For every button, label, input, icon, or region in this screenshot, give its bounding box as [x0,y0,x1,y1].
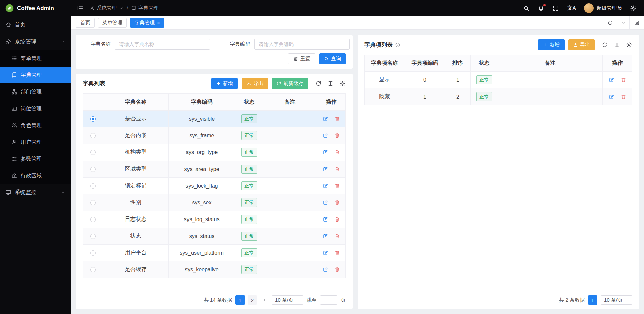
refresh-cache-button[interactable]: 刷新缓存 [272,78,308,89]
row-radio[interactable] [90,183,96,189]
cell-code: sys_frame [169,127,235,144]
edit-icon[interactable] [323,149,328,155]
chevron-down-icon[interactable] [616,16,629,29]
sidebar-subitem[interactable]: 部门管理 [0,83,71,100]
export-button[interactable]: 导出 [568,39,595,50]
add-button[interactable]: 新增 [538,39,565,50]
page-size-select[interactable]: 10 条/页 [272,295,303,305]
sidebar-item[interactable]: 系统管理 [0,33,71,50]
sidebar-subitem[interactable]: 岗位管理 [0,100,71,117]
page-size-select[interactable]: 10 条/页 [601,295,632,305]
settings-gear-icon[interactable] [630,5,637,12]
row-radio[interactable] [90,200,96,205]
row-radio[interactable] [90,116,96,122]
table-row[interactable]: 是否缓存 sys_keepalive 正常 [83,261,346,278]
tab[interactable]: 菜单管理 [98,18,127,28]
row-radio[interactable] [90,133,96,138]
table-row[interactable]: 区域类型 sys_area_type 正常 [83,161,346,178]
delete-icon[interactable] [334,166,340,172]
table-row[interactable]: 日志状态 sys_log_status 正常 [83,211,346,228]
edit-icon[interactable] [323,267,328,272]
sidebar-subitem[interactable]: 用户管理 [0,134,71,150]
edit-icon[interactable] [323,133,328,138]
delete-icon[interactable] [334,116,340,122]
tab[interactable]: 字典管理 × [130,18,164,28]
table-row[interactable]: 用户平台 sys_user_platform 正常 [83,245,346,261]
row-radio[interactable] [90,150,96,155]
refresh-icon[interactable] [602,42,608,48]
edit-icon[interactable] [323,250,328,256]
edit-icon[interactable] [323,183,328,189]
refresh-icon[interactable] [315,80,322,87]
dict-name-input[interactable] [115,39,210,50]
delete-icon[interactable] [334,133,340,138]
delete-icon[interactable] [334,183,340,189]
fullscreen-icon[interactable] [552,5,559,12]
table-row[interactable]: 隐藏 1 2 正常 [365,88,632,105]
delete-icon[interactable] [334,200,340,205]
column-settings-icon[interactable] [327,80,334,87]
add-button[interactable]: 新增 [211,78,238,89]
maximize-view-icon[interactable] [629,16,644,29]
tab-close-icon[interactable]: × [157,20,160,25]
delete-icon[interactable] [334,149,340,155]
table-row[interactable]: 状态 sys_status 正常 [83,228,346,245]
breadcrumb-item[interactable]: 字典管理 [131,5,158,11]
dict-code-input[interactable] [254,39,350,50]
edit-icon[interactable] [323,200,328,205]
edit-icon[interactable] [609,94,614,100]
table-row[interactable]: 是否内嵌 sys_frame 正常 [83,127,346,144]
row-radio[interactable] [90,217,96,222]
sidebar-item[interactable]: 系统监控 [0,184,71,201]
sidebar-subitem[interactable]: 角色管理 [0,117,71,134]
column-settings-icon[interactable] [614,42,620,48]
reset-button[interactable]: 重置 [288,53,315,64]
table-row[interactable]: 性别 sys_sex 正常 [83,194,346,211]
search-icon[interactable] [523,5,530,12]
table-row[interactable]: 是否显示 sys_visible 正常 [83,111,346,127]
table-row[interactable]: 机构类型 sys_org_type 正常 [83,144,346,161]
next-page-button[interactable] [260,295,268,305]
sidebar-item[interactable]: 首页 [0,16,71,33]
edit-icon[interactable] [609,77,614,83]
sidebar-subitem[interactable]: 菜单管理 [0,50,71,67]
search-buttons: 重置 查询 [76,50,353,69]
refresh-icon[interactable] [604,16,616,29]
edit-icon[interactable] [323,216,328,222]
row-radio[interactable] [90,234,96,239]
edit-icon[interactable] [323,233,328,239]
page-button[interactable]: 1 [588,295,597,305]
table-row[interactable]: 锁定标记 sys_lock_flag 正常 [83,178,346,194]
tab[interactable]: 首页 [76,18,95,28]
delete-icon[interactable] [334,250,340,256]
jump-page-input[interactable] [320,295,337,305]
page-size-value: 10 条/页 [604,297,623,303]
gear-icon[interactable] [339,80,346,87]
info-icon[interactable] [395,42,400,48]
user-menu[interactable]: 超级管理员 [584,3,622,13]
row-radio[interactable] [90,167,96,172]
export-button[interactable]: 导出 [241,78,268,89]
sidebar-subitem[interactable]: 参数管理 [0,150,71,167]
delete-icon[interactable] [621,77,626,83]
table-row[interactable]: 显示 0 1 正常 [365,72,632,88]
query-button[interactable]: 查询 [319,53,346,64]
notification-bell-icon[interactable] [538,5,544,12]
delete-icon[interactable] [621,94,626,100]
edit-icon[interactable] [323,166,328,172]
status-badge: 正常 [476,92,492,101]
delete-icon[interactable] [334,233,340,239]
delete-icon[interactable] [334,267,340,272]
gear-icon[interactable] [626,42,632,48]
page-button[interactable]: 1 [235,295,245,305]
delete-icon[interactable] [334,216,340,222]
menu-toggle-icon[interactable] [77,5,84,12]
edit-icon[interactable] [323,116,328,122]
row-radio[interactable] [90,267,96,272]
sidebar-subitem[interactable]: 字典管理 [0,67,71,83]
breadcrumb-item[interactable]: 系统管理 [90,5,124,11]
sidebar-subitem[interactable]: 行政区域 [0,167,71,184]
row-radio[interactable] [90,250,96,256]
page-button[interactable]: 2 [248,295,257,305]
translate-icon[interactable]: 文A [567,5,576,11]
